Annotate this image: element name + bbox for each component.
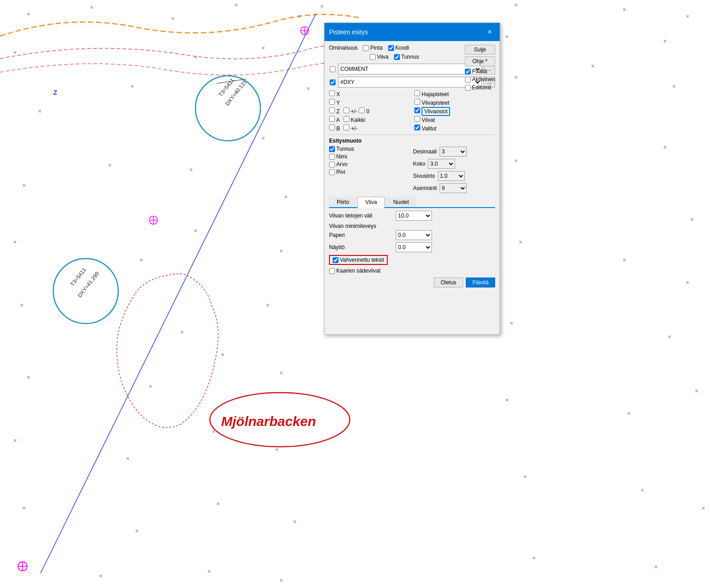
y-check[interactable]: Y: [329, 99, 410, 106]
paperi-select[interactable]: 0.0: [396, 230, 432, 240]
desimaali-label: Desimaali: [413, 148, 437, 155]
sivusiirto-select[interactable]: 1.0: [438, 171, 465, 181]
kaarien-checkbox[interactable]: [329, 268, 335, 274]
b-plusminus-check[interactable]: +/-: [343, 125, 357, 132]
viiva-check[interactable]: Viiva: [370, 54, 389, 60]
paalla-check[interactable]: Päällä: [465, 68, 495, 74]
koodi-check[interactable]: Koodi: [388, 45, 409, 51]
svg-text:×: ×: [293, 519, 296, 524]
svg-text:×: ×: [90, 5, 93, 10]
tab-viiva[interactable]: Viiva: [357, 197, 385, 208]
svg-text:×: ×: [506, 397, 508, 403]
comment-checkbox[interactable]: [329, 66, 336, 72]
svg-text:×: ×: [23, 183, 25, 188]
viivat-check[interactable]: Viivat: [414, 116, 495, 123]
sulje-button[interactable]: Sulje: [465, 45, 495, 55]
comment-select[interactable]: COMMENT: [338, 64, 482, 74]
dxy-checkbox[interactable]: [329, 79, 336, 85]
svg-text:×: ×: [686, 280, 689, 285]
oletus-button[interactable]: Oletus: [434, 278, 463, 287]
svg-text:×: ×: [623, 257, 626, 263]
svg-text:×: ×: [14, 50, 16, 55]
bottom-buttons: Oletus Päivitä: [329, 278, 495, 287]
ohje-button[interactable]: Ohje *: [465, 56, 495, 66]
kaarien-check[interactable]: Kaarien sädeviivat: [329, 268, 495, 274]
svg-text:×: ×: [280, 370, 283, 375]
z-plusminus-check[interactable]: +/-: [343, 107, 357, 115]
paivita-button[interactable]: Päivitä: [466, 278, 495, 287]
editointi-check[interactable]: Editointi: [465, 84, 495, 91]
svg-text:×: ×: [181, 329, 183, 335]
svg-text:×: ×: [510, 320, 513, 326]
svg-text:×: ×: [23, 505, 25, 511]
svg-text:×: ×: [284, 194, 287, 199]
svg-text:×: ×: [172, 16, 174, 21]
tunnus-checkbox2[interactable]: [394, 54, 400, 60]
ominaisuus-row2: Viiva Tunnus: [370, 54, 445, 60]
svg-text:×: ×: [27, 11, 30, 17]
arvo-check[interactable]: Arvo: [329, 161, 411, 167]
pinta-check[interactable]: Pinta: [363, 45, 382, 51]
editointi-checkbox[interactable]: [465, 85, 471, 91]
tabs-bar: Piirto Viiva Nuolet: [329, 197, 495, 208]
dxy-select[interactable]: #DXY: [338, 77, 482, 88]
dialog-title: Pisteen esitys: [329, 28, 368, 36]
tietojen-vali-select[interactable]: 10.0: [396, 211, 432, 221]
svg-text:×: ×: [208, 569, 210, 574]
tietojen-vali-row: Viivan tietojen väli 10.0: [329, 211, 495, 221]
dialog: Pisteen esitys × Sulje Ohje * Päällä Akt…: [324, 23, 500, 335]
svg-text:×: ×: [14, 438, 16, 443]
close-button[interactable]: ×: [484, 27, 495, 37]
tunnus-check2[interactable]: Tunnus: [394, 54, 419, 60]
hajapisteet-check[interactable]: Hajapisteet: [414, 90, 495, 97]
top-buttons: Sulje Ohje * Päällä Aktiivinen Editointi: [465, 45, 495, 91]
svg-text:×: ×: [627, 411, 630, 416]
vahvennettu-check[interactable]: Vahvennettu teksti: [329, 255, 388, 265]
pinta-checkbox[interactable]: [363, 45, 369, 51]
grid-section: X Hajapisteet Y Viivapisteet Z +/- 0 Vii…: [329, 90, 495, 132]
svg-text:×: ×: [190, 167, 192, 172]
svg-text:Z: Z: [53, 89, 57, 96]
viiva-checkbox[interactable]: [370, 54, 376, 60]
naytto-select[interactable]: 0.0: [396, 242, 432, 252]
svg-text:×: ×: [519, 239, 522, 245]
koko-select[interactable]: 3.0: [428, 159, 455, 169]
kaikki-check[interactable]: Kaikki: [343, 116, 365, 123]
svg-text:×: ×: [280, 578, 283, 583]
koodi-checkbox[interactable]: [388, 45, 394, 51]
asemointi-select[interactable]: 9: [440, 183, 467, 193]
aktiivinen-check[interactable]: Aktiivinen: [465, 76, 495, 83]
asemointi-label: Asemointi: [413, 185, 437, 191]
svg-text:×: ×: [691, 217, 693, 222]
b-check[interactable]: B: [329, 125, 340, 132]
svg-text:×: ×: [99, 573, 102, 579]
desimaali-select[interactable]: 3: [440, 147, 467, 157]
ominaisuus-label: Ominaisuus: [329, 45, 357, 51]
rivi-check[interactable]: Rivi: [329, 169, 411, 175]
tunnus-check[interactable]: Tunnus: [329, 146, 411, 152]
viivaosiot-check[interactable]: Viivaosiot: [414, 107, 495, 115]
a-check[interactable]: A: [329, 116, 340, 123]
vahvennettu-checkbox[interactable]: [333, 257, 339, 263]
vahvennettu-label: Vahvennettu teksti: [340, 257, 384, 263]
viivapisteet-check[interactable]: Viivapisteet: [414, 99, 495, 106]
z-zero-check[interactable]: 0: [359, 107, 369, 115]
svg-text:×: ×: [194, 228, 197, 233]
nimi-check[interactable]: Nimi: [329, 153, 411, 160]
svg-text:×: ×: [266, 302, 269, 308]
tab-piirto[interactable]: Piirto: [329, 197, 357, 207]
naytto-label: Näyttö: [329, 244, 392, 250]
svg-text:×: ×: [217, 501, 219, 506]
aktiivinen-checkbox[interactable]: [465, 77, 471, 83]
svg-text:×: ×: [515, 74, 517, 80]
x-check[interactable]: X: [329, 90, 410, 97]
paalla-checkbox[interactable]: [465, 69, 471, 74]
tab-nuolet[interactable]: Nuolet: [385, 197, 417, 207]
svg-text:×: ×: [126, 456, 129, 461]
z-check[interactable]: Z: [329, 107, 340, 115]
valitut-check[interactable]: Valitut: [414, 125, 495, 132]
svg-text:×: ×: [275, 447, 278, 452]
svg-text:×: ×: [131, 83, 134, 89]
viiva-content: Viivan tietojen väli 10.0 Viivan minimil…: [329, 211, 495, 287]
svg-text:×: ×: [14, 239, 16, 245]
